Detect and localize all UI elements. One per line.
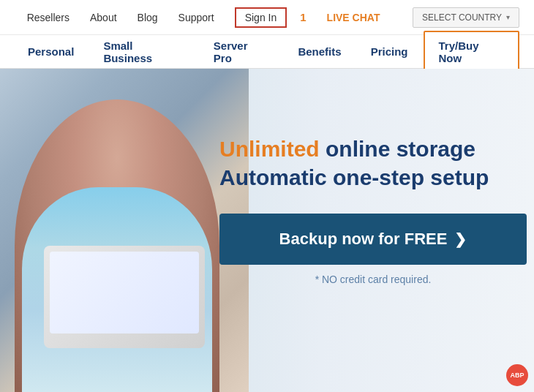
benefits-link[interactable]: Benefits: [285, 38, 354, 65]
blog-link[interactable]: Blog: [138, 12, 158, 23]
no-credit-text: * NO credit card required.: [219, 274, 527, 285]
server-pro-link[interactable]: Server Pro: [200, 32, 282, 72]
hero-section: Unlimited online storage Automatic one-s…: [0, 69, 534, 392]
hero-image: [0, 69, 249, 392]
sign-in-button[interactable]: Sign In: [235, 7, 287, 28]
live-chat-link[interactable]: LIVE CHAT: [327, 12, 380, 23]
main-navigation: Personal Small Business Server Pro Benef…: [0, 35, 534, 69]
support-link[interactable]: Support: [178, 12, 214, 23]
resellers-link[interactable]: Resellers: [27, 12, 69, 23]
personal-link[interactable]: Personal: [15, 38, 87, 65]
try-buy-button[interactable]: Try/Buy Now: [424, 31, 519, 73]
headline-automatic: Automatic one-step setup: [219, 165, 489, 189]
notification-badge: 1: [300, 11, 306, 23]
hero-content: Unlimited online storage Automatic one-s…: [219, 135, 527, 285]
chevron-down-icon: ▾: [506, 13, 510, 21]
backup-btn-label: Backup now for FREE: [279, 230, 448, 248]
main-nav-links: Personal Small Business Server Pro Benef…: [15, 31, 519, 73]
backup-now-button[interactable]: Backup now for FREE❯: [219, 214, 527, 265]
abp-badge: ABP: [506, 364, 528, 386]
arrow-icon: ❯: [454, 231, 467, 247]
pricing-link[interactable]: Pricing: [358, 38, 421, 65]
top-nav-links: Resellers About Blog Support Sign In 1 L…: [15, 7, 392, 28]
laptop-decoration: [44, 246, 205, 348]
laptop-screen: [50, 252, 199, 333]
select-country-label: SELECT COUNTRY: [422, 12, 502, 23]
hero-headline: Unlimited online storage Automatic one-s…: [219, 135, 527, 192]
headline-online-storage: online storage: [320, 137, 475, 161]
select-country-button[interactable]: SELECT COUNTRY ▾: [413, 7, 519, 28]
small-business-link[interactable]: Small Business: [90, 32, 197, 72]
headline-unlimited: Unlimited: [219, 137, 320, 161]
about-link[interactable]: About: [90, 12, 117, 23]
